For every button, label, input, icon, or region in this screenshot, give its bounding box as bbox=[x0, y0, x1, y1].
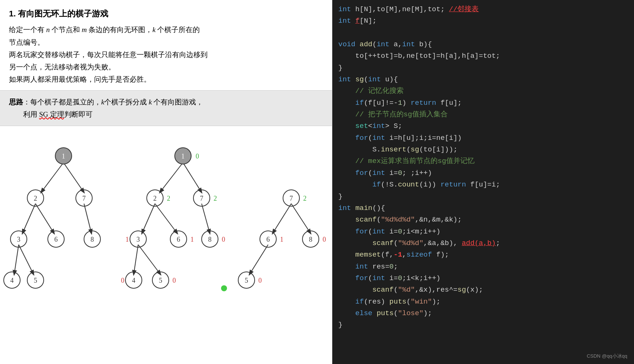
svg-text:2: 2 bbox=[167, 195, 170, 202]
svg-text:4: 4 bbox=[10, 277, 14, 284]
svg-text:4: 4 bbox=[132, 277, 136, 284]
para5: 如果两人都采用最优策略，问先手是否必胜。 bbox=[9, 75, 151, 83]
thinking-label: 思路：每个棋子都是孤立的，k个棋子拆分成 k 个有向图游戏， bbox=[9, 98, 203, 106]
svg-line-29 bbox=[138, 245, 161, 274]
svg-text:0: 0 bbox=[121, 277, 124, 284]
svg-text:6: 6 bbox=[177, 236, 180, 243]
svg-text:1: 1 bbox=[62, 153, 65, 160]
left-panel: 1. 有向图无环上的棋子游戏 给定一个有 n 个节点和 m 条边的有向无环图，k… bbox=[0, 0, 332, 364]
svg-text:5: 5 bbox=[245, 277, 248, 284]
svg-text:0: 0 bbox=[258, 277, 262, 284]
svg-text:7: 7 bbox=[83, 195, 86, 202]
svg-text:6: 6 bbox=[267, 236, 270, 243]
para2: 节点编号。 bbox=[9, 38, 44, 46]
svg-line-28 bbox=[134, 245, 138, 274]
svg-text:3: 3 bbox=[17, 236, 21, 243]
svg-point-54 bbox=[221, 285, 227, 291]
thinking-box: 思路：每个棋子都是孤立的，k个棋子拆分成 k 个有向图游戏， 利用 SG 定理判… bbox=[0, 91, 332, 126]
svg-text:1: 1 bbox=[181, 153, 185, 160]
para3: 两名玩家交替移动棋子，每次只能将任意一颗棋子沿有向边移到 bbox=[9, 51, 208, 59]
svg-text:8: 8 bbox=[309, 236, 313, 243]
svg-line-26 bbox=[155, 204, 177, 233]
svg-line-6 bbox=[19, 245, 34, 274]
svg-text:2: 2 bbox=[34, 195, 37, 202]
problem-body: 给定一个有 n 个节点和 m 条边的有向无环图，k 个棋子所在的 节点编号。 两… bbox=[9, 23, 323, 85]
problem-title: 1. 有向图无环上的棋子游戏 bbox=[9, 7, 323, 21]
right-panel: int h[N],to[M],ne[M],tot; //邻接表 int f[N]… bbox=[332, 0, 634, 364]
para1: 给定一个有 n 个节点和 m 条边的有向无环图，k 个棋子所在的 bbox=[9, 26, 200, 34]
thinking2: 利用 SG 定理判断即可 bbox=[9, 110, 93, 118]
svg-text:1: 1 bbox=[190, 236, 194, 243]
para4: 另一个点，无法移动者视为失败。 bbox=[9, 63, 115, 71]
watermark: CSDN @qq小冰qq bbox=[587, 353, 627, 360]
code-display: int h[N],to[M],ne[M],tot; //邻接表 int f[N]… bbox=[338, 4, 628, 331]
diagram-svg: 1 2 7 3 6 8 4 5 bbox=[0, 126, 332, 354]
svg-line-25 bbox=[142, 204, 155, 233]
svg-text:8: 8 bbox=[91, 236, 94, 243]
svg-line-0 bbox=[41, 163, 63, 192]
svg-line-56 bbox=[291, 204, 311, 233]
svg-text:2: 2 bbox=[214, 195, 217, 202]
svg-line-24 bbox=[183, 163, 202, 192]
svg-line-27 bbox=[202, 204, 210, 233]
svg-line-5 bbox=[14, 245, 19, 274]
svg-line-1 bbox=[63, 163, 84, 192]
svg-line-2 bbox=[22, 204, 35, 233]
problem-text: 1. 有向图无环上的棋子游戏 给定一个有 n 个节点和 m 条边的有向无环图，k… bbox=[0, 0, 332, 91]
svg-text:2: 2 bbox=[303, 195, 307, 202]
svg-line-57 bbox=[249, 245, 268, 274]
svg-text:8: 8 bbox=[208, 236, 212, 243]
svg-line-4 bbox=[84, 204, 91, 233]
svg-text:7: 7 bbox=[200, 195, 203, 202]
svg-text:1: 1 bbox=[125, 236, 129, 243]
svg-line-23 bbox=[160, 163, 183, 192]
svg-text:0: 0 bbox=[222, 236, 225, 243]
svg-line-3 bbox=[35, 204, 54, 233]
svg-text:0: 0 bbox=[196, 153, 199, 160]
svg-text:0: 0 bbox=[323, 236, 326, 243]
svg-text:3: 3 bbox=[137, 236, 140, 243]
svg-text:7: 7 bbox=[290, 195, 293, 202]
svg-text:1: 1 bbox=[280, 236, 283, 243]
svg-line-55 bbox=[273, 204, 291, 233]
svg-text:2: 2 bbox=[153, 195, 157, 202]
diagram-area: 1 2 7 3 6 8 4 5 bbox=[0, 126, 332, 364]
svg-text:6: 6 bbox=[55, 236, 58, 243]
svg-text:5: 5 bbox=[34, 277, 37, 284]
svg-text:5: 5 bbox=[159, 277, 162, 284]
svg-text:0: 0 bbox=[173, 277, 176, 284]
